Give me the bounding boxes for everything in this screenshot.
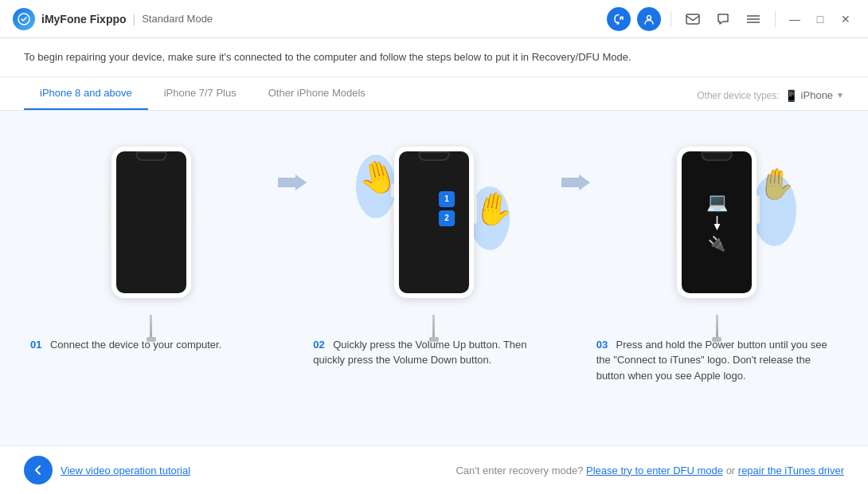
cable-plug [147,337,156,342]
step1-num: 01 [30,339,41,351]
side-btn-vol-down3 [674,229,677,249]
side-btn-mute3 [674,183,677,198]
close-button[interactable]: ✕ [836,10,855,29]
hand-right-icon: 🤚 [471,187,516,231]
app-mode: Standard Mode [142,13,213,25]
step1-cable [147,315,156,342]
side-btn-vol-up3 [674,206,677,225]
bottom-right-section: Can't enter recovery mode? Please try to… [456,465,844,476]
titlebar-divider1 [671,11,671,27]
dropdown-chevron-icon: ▼ [836,91,844,100]
title-separator: | [133,13,136,25]
side-btn-4 [191,195,194,224]
step3-illustration: 💻 🔌 🤚 [637,127,796,318]
step1-text: Connect the device to your computer. [50,339,221,351]
other-device-label: Other device types: [697,90,779,101]
or-text: or [726,465,738,476]
video-tutorial-link[interactable]: View video operation tutorial [61,465,190,476]
back-circle-icon [24,456,53,484]
step-2-block: 🤚 1 2 🤚 [307,127,561,368]
step3-phone: 💻 🔌 [677,147,757,298]
cable-line-3 [716,315,718,337]
main-content: To begin repairing your device, make sur… [0,38,868,494]
device-type-select[interactable]: 📱 iPhone ▼ [784,89,844,102]
other-device-section: Other device types: 📱 iPhone ▼ [697,89,844,110]
phone-icon: 📱 [784,89,798,102]
step-1-block: 01 Connect the device to your computer. [24,127,278,353]
mail-icon-btn[interactable] [681,7,705,31]
svg-marker-7 [561,174,590,190]
svg-marker-6 [278,174,307,190]
user-icon-btn[interactable] [637,7,661,31]
info-text: To begin repairing your device, make sur… [24,51,631,63]
tab-other-iphone[interactable]: Other iPhone Models [252,77,381,110]
itunes-cable-visual [714,216,720,232]
side-btn-1 [108,183,111,198]
svg-rect-2 [686,14,699,24]
dfu-mode-link[interactable]: Please try to enter DFU mode [586,465,723,476]
cant-enter-text: Can't enter recovery mode? [456,465,583,476]
step2-num: 02 [313,339,324,351]
chat-icon-btn[interactable] [711,7,735,31]
arrow-2 [561,127,590,190]
side-btn-power3 [757,195,760,224]
cable-line-2 [432,315,435,337]
arrow-shape-1 [278,174,307,190]
side-btn-vol-up [391,206,394,225]
steps-row: 01 Connect the device to your computer. … [24,127,844,446]
arrow-1 [278,127,307,190]
itunes-screen: 💻 🔌 [706,192,728,253]
step2-phone: 1 2 [394,147,474,298]
step2-illustration: 🤚 1 2 🤚 [354,127,514,318]
tab-iphone77[interactable]: iPhone 7/7 Plus [148,77,252,110]
app-title: iMyFone Fixppo [41,13,127,25]
titlebar-divider2 [775,11,776,27]
app-logo [13,8,35,30]
step2-badges: 1 2 [439,191,455,226]
step3-text: Press and hold the Power button until yo… [596,339,827,382]
maximize-button[interactable]: □ [811,10,830,29]
step3-num: 03 [596,339,608,351]
step1-illustration [72,127,231,318]
arrow-shape-2 [561,174,590,190]
info-bar: To begin repairing your device, make sur… [0,38,868,77]
laptop-icon: 💻 [706,192,728,213]
step-3-block: 💻 🔌 🤚 [590,127,844,384]
badge-2: 2 [439,210,455,226]
step3-cable [712,315,721,342]
cable-line [150,315,152,337]
svg-point-1 [647,15,651,19]
titlebar-actions: — □ ✕ [607,7,855,31]
side-btn-3 [108,229,111,249]
back-button[interactable]: View video operation tutorial [24,456,190,484]
itunes-cable-svg [714,216,720,232]
svg-marker-9 [714,224,720,230]
cable-plug-3 [712,337,721,342]
step1-phone [111,147,191,298]
content-area: 01 Connect the device to your computer. … [0,111,868,446]
tab-iphone8[interactable]: iPhone 8 and above [24,77,148,110]
step2-cable [429,315,439,342]
side-btn-2 [108,206,111,225]
usb-icon: 🔌 [708,235,725,253]
cable-plug-2 [429,337,439,342]
badge-1: 1 [439,191,455,207]
menu-icon-btn[interactable] [741,7,765,31]
itunes-driver-link[interactable]: repair the iTunes driver [738,465,844,476]
update-icon-btn[interactable] [607,7,631,31]
step2-text: Quickly press the Volume Up button. Then… [313,339,526,367]
titlebar: iMyFone Fixppo | Standard Mode [0,0,868,38]
minimize-button[interactable]: — [785,10,804,29]
step3-desc: 03 Press and hold the Power button until… [590,337,844,384]
tabs-container: iPhone 8 and above iPhone 7/7 Plus Other… [0,77,868,111]
side-btn-vol-down [391,229,394,249]
bottom-bar: View video operation tutorial Can't ente… [0,445,868,494]
device-type-value: iPhone [801,89,833,101]
